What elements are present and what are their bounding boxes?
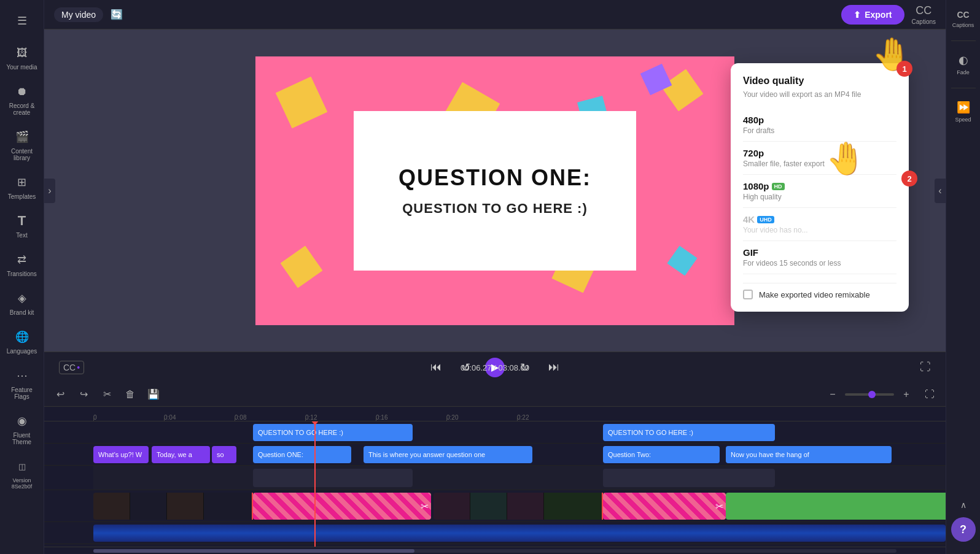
sidebar-item-label: Content library	[5, 148, 39, 161]
help-button[interactable]: ?	[951, 517, 976, 542]
sidebar-item-menu[interactable]: ☰	[2, 5, 42, 37]
speed-label: Speed	[955, 117, 971, 123]
media-section-pink-2: ✂	[603, 493, 726, 520]
undo-button[interactable]: ↩	[52, 386, 69, 403]
save-button[interactable]: 💾	[145, 386, 162, 403]
menu-icon: ☰	[14, 12, 31, 29]
delete-button[interactable]: 🗑	[122, 386, 139, 403]
cc-icon: CC	[63, 363, 76, 372]
fade-label: Fade	[957, 69, 970, 75]
zoom-out-button[interactable]: −	[824, 386, 841, 403]
speed-panel-item[interactable]: ⏩ Speed	[949, 96, 978, 128]
sidebar-item-feature-flags[interactable]: ⋯ Feature Flags	[2, 362, 42, 405]
captions-panel-item[interactable]: CC Captions	[949, 5, 978, 33]
track-content-empty1	[93, 466, 946, 490]
section-divider-2	[602, 493, 603, 520]
quality-desc-480p: For drafts	[743, 126, 896, 135]
ruler-mark-2: 0:08	[235, 414, 305, 421]
remixable-row: Make exported video remixable	[743, 283, 896, 299]
title-clip-3[interactable]: so	[212, 446, 236, 463]
expand-button[interactable]: ⛶	[921, 386, 938, 403]
media-section-green: ⛶	[726, 493, 946, 520]
sidebar-item-your-media[interactable]: 🖼 Your media	[2, 39, 42, 75]
title-clip-6[interactable]: Question Two:	[603, 446, 720, 463]
caption-clip-2[interactable]: QUESTION TO GO HERE :)	[603, 424, 775, 441]
video-title[interactable]: My video	[54, 7, 103, 22]
empty-clip-2	[603, 469, 775, 487]
media-section-pink: ✂	[253, 493, 431, 520]
quality-option-1080p[interactable]: 1080p HD High quality	[743, 175, 896, 208]
remixable-checkbox[interactable]	[743, 290, 753, 299]
sidebar-item-record[interactable]: ⏺ Record & create	[2, 78, 42, 121]
video-quality-panel: Video quality Your video will export as …	[731, 63, 909, 312]
title-clip-2[interactable]: Today, we a	[152, 446, 210, 463]
caption-clip-1[interactable]: QUESTION TO GO HERE :)	[253, 424, 413, 441]
sidebar-item-languages[interactable]: 🌐 Languages	[2, 323, 42, 360]
quality-desc-720p: Smaller file, faster export	[743, 160, 896, 168]
redo-button[interactable]: ↪	[75, 386, 92, 403]
question-subtitle: QUESTION TO GO HERE :)	[402, 201, 588, 217]
sidebar-item-brand[interactable]: ◈ Brand kit	[2, 285, 42, 321]
media-thumbnails-mid	[434, 493, 605, 520]
audio-track	[44, 522, 946, 544]
fade-panel-item[interactable]: ◐ Fade	[949, 48, 978, 80]
divider-1	[951, 40, 976, 41]
sidebar-item-content-library[interactable]: 🎬 Content library	[2, 123, 42, 166]
sidebar-item-version[interactable]: ◫ Version 8Se2b0f	[2, 453, 42, 494]
audio-waveform	[93, 525, 946, 542]
thumb-4	[204, 493, 253, 520]
collapse-panel-btn[interactable]: ∧	[949, 495, 978, 515]
help-section: ∧ ?	[949, 495, 978, 549]
sidebar-item-label: Languages	[7, 348, 37, 355]
sidebar-item-label: Record & create	[5, 102, 39, 116]
quality-option-480p[interactable]: 480p For drafts	[743, 109, 896, 142]
sidebar-item-label: Fluent Theme	[5, 432, 39, 445]
sidebar-item-transitions[interactable]: ⇄ Transitions	[2, 246, 42, 282]
title-clip-1[interactable]: What's up?! W	[93, 446, 149, 463]
skip-back-button[interactable]: ⏮	[426, 358, 446, 377]
export-button[interactable]: ⬆ Export	[841, 5, 904, 25]
playback-bar: CC • ⏮ ↺ ▶ ↻ ⏭ 00:06.27 / 03:08.00 ⛶	[44, 352, 946, 382]
skip-forward-button[interactable]: ⏭	[544, 358, 564, 377]
ruler-mark-4: 0:16	[376, 414, 446, 421]
scrollbar-thumb[interactable]	[93, 549, 414, 553]
quality-desc-gif: For videos 15 seconds or less	[743, 259, 896, 267]
ruler-mark-5: 0:20	[446, 414, 517, 421]
quality-option-720p[interactable]: 720p Smaller file, faster export	[743, 142, 896, 175]
timeline-ruler: 0 0:04 0:08 0:12 0:16 0:20 0:22	[44, 407, 946, 421]
title-clip-4[interactable]: Question ONE:	[253, 446, 351, 463]
quality-desc-1080p: High quality	[743, 193, 896, 201]
scissors-button[interactable]: ✂	[98, 386, 115, 403]
sidebar-item-templates[interactable]: ⊞ Templates	[2, 169, 42, 205]
topbar: My video 🔄 ⬆ Export CC Captions	[44, 0, 946, 29]
sidebar-item-fluent-theme[interactable]: ◉ Fluent Theme	[2, 407, 42, 450]
quality-option-4k[interactable]: 4K UHD Your video has no...	[743, 208, 896, 241]
fullscreen-button[interactable]: ⛶	[920, 361, 931, 374]
timeline-scrollbar[interactable]	[44, 547, 946, 554]
scrollbar-track	[93, 549, 896, 553]
speed-icon: ⏩	[957, 101, 970, 114]
zoom-slider[interactable]	[845, 393, 894, 396]
auto-save-icon: 🔄	[111, 9, 123, 20]
thumb-8	[544, 493, 605, 520]
text-icon: T	[14, 212, 31, 229]
zoom-thumb	[868, 391, 876, 398]
chevron-up-icon: ∧	[960, 500, 966, 510]
title-clip-7[interactable]: Now you have the hang of	[726, 446, 892, 463]
title-clip-5[interactable]: This is where you answer question one	[364, 446, 532, 463]
captions-button[interactable]: CC Captions	[912, 4, 936, 25]
zoom-in-button[interactable]: +	[898, 386, 915, 403]
record-icon: ⏺	[14, 83, 31, 100]
sidebar-item-label: Feature Flags	[5, 387, 39, 400]
quality-name-4k: 4K UHD	[743, 214, 896, 225]
cc-button[interactable]: CC •	[59, 361, 84, 374]
question-card: QUESTION ONE: QUESTION TO GO HERE :)	[354, 111, 636, 271]
your-media-icon: 🖼	[14, 44, 31, 61]
timeline-toolbar: ↩ ↪ ✂ 🗑 💾 − + ⛶	[44, 382, 946, 407]
quality-name-720p: 720p	[743, 148, 896, 158]
collapse-right-btn[interactable]: ‹	[935, 179, 946, 203]
ruler-mark-3: 0:12	[305, 414, 376, 421]
collapse-left-btn[interactable]: ›	[44, 179, 55, 203]
quality-option-gif[interactable]: GIF For videos 15 seconds or less	[743, 241, 896, 274]
sidebar-item-text[interactable]: T Text	[2, 207, 42, 244]
